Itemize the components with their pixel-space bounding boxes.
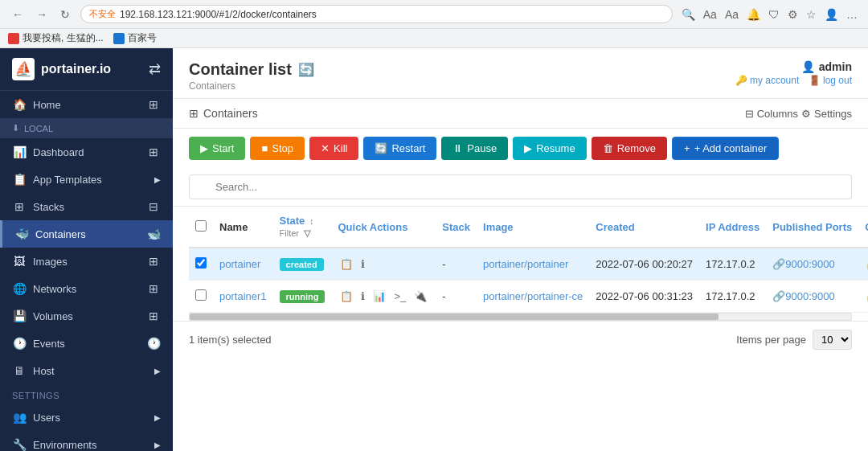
start-button[interactable]: ▶ Start (189, 137, 245, 160)
forward-button[interactable]: → (32, 6, 51, 23)
sidebar-item-users[interactable]: 👥 Users ▶ (0, 404, 173, 431)
search-icon[interactable]: 🔍 (679, 6, 698, 23)
logo-text: portainer.io (41, 62, 111, 76)
stop-button[interactable]: ■ Stop (250, 137, 305, 160)
row-1-ip: 172.17.0.2 (699, 248, 766, 281)
sidebar-item-host[interactable]: 🖥 Host ▶ (0, 357, 173, 384)
pause-button[interactable]: ⏸ Pause (441, 137, 508, 160)
my-account-link[interactable]: 🔑 my account (735, 75, 800, 86)
col-image[interactable]: Image (477, 207, 589, 248)
add-container-button[interactable]: + + Add container (672, 137, 779, 160)
restart-button[interactable]: 🔄 Restart (363, 137, 436, 160)
sidebar-item-events[interactable]: 🕐 Events 🕐 (0, 330, 173, 357)
refresh-icon[interactable]: 🔄 (298, 62, 314, 77)
user-icon[interactable]: 👤 (822, 6, 841, 23)
menu-icon[interactable]: … (844, 6, 860, 23)
remove-button[interactable]: 🗑 Remove (592, 137, 667, 160)
security-warning: 不安全 (89, 8, 116, 20)
row-2-image-link[interactable]: portainer/portainer-ce (483, 290, 583, 302)
reader-icon2[interactable]: Aa (723, 6, 741, 23)
gear-icon: ⚙ (801, 108, 811, 120)
col-quick-actions: Quick Actions (331, 207, 436, 248)
content-header: Container list 🔄 Containers 👤 admin 🔑 my… (173, 48, 868, 99)
address-bar[interactable]: 不安全 192.168.123.121:9000/#1/2/docker/con… (80, 5, 673, 23)
select-all-checkbox[interactable] (195, 220, 207, 232)
local-label: LOCAL (24, 124, 53, 133)
row-2-ownership: 🔒 adminis (858, 281, 868, 313)
table-row: portainer1 running 📋 ℹ 📊 >_ 🔌 (189, 281, 868, 313)
items-per-page-label: Items per page (736, 334, 806, 346)
copy-icon-2[interactable]: 📋 (338, 289, 355, 304)
horizontal-scrollbar[interactable] (189, 313, 852, 321)
columns-settings-button[interactable]: ⊟ Columns ⚙ Settings (745, 108, 852, 120)
copy-icon[interactable]: 📋 (338, 256, 355, 272)
settings-icon[interactable]: ⚙ (785, 6, 800, 23)
sidebar-item-stacks-label: Stacks (33, 201, 64, 213)
images-right-icon: ⊞ (146, 255, 161, 268)
row-1-port-link[interactable]: 🔗9000:9000 (772, 258, 834, 270)
sidebar-toggle-icon[interactable]: ⇄ (149, 60, 161, 78)
log-out-link[interactable]: 🚪 log out (809, 75, 852, 86)
sidebar-item-networks[interactable]: 🌐 Networks ⊞ (0, 275, 173, 302)
filter-label: Filter (280, 228, 299, 238)
bookmark-2[interactable]: 百家号 (113, 31, 157, 45)
settings-section-label: SETTINGS (12, 391, 59, 400)
breadcrumb: Containers (189, 80, 314, 92)
terminal-icon[interactable]: >_ (391, 289, 408, 304)
col-stack[interactable]: Stack (436, 207, 477, 248)
info-icon-2[interactable]: ℹ (358, 289, 367, 304)
bookmark-2-label: 百家号 (128, 31, 157, 45)
col-name[interactable]: Name (213, 207, 273, 248)
sidebar-item-images[interactable]: 🖼 Images ⊞ (0, 248, 173, 275)
row-1-ownership: 🔒 adminis (858, 248, 868, 281)
sidebar-item-home[interactable]: 🏠 Home ⊞ (0, 91, 173, 118)
row-2-name-link[interactable]: portainer1 (219, 290, 267, 302)
row-1-image-link[interactable]: portainer/portainer (483, 258, 568, 270)
notification-icon[interactable]: 🔔 (744, 6, 763, 23)
stats-icon[interactable]: 📊 (371, 289, 388, 304)
col-ip-address[interactable]: IP Address (699, 207, 766, 248)
url-text: 192.168.123.121:9000/#1/2/docker/contain… (120, 9, 317, 20)
sidebar-item-volumes[interactable]: 💾 Volumes ⊞ (0, 302, 173, 330)
settings-section-header: SETTINGS (0, 384, 173, 404)
sidebar-item-app-templates-label: App Templates (33, 174, 102, 186)
sidebar-item-app-templates[interactable]: 📋 App Templates ▶ (0, 166, 173, 193)
info-icon[interactable]: ℹ (358, 256, 367, 272)
per-page-select[interactable]: 10 25 50 (813, 330, 852, 350)
browser-chrome: ← → ↻ 不安全 192.168.123.121:9000/#1/2/dock… (0, 0, 868, 29)
kill-button[interactable]: ✕ Kill (309, 137, 358, 160)
sidebar-item-dashboard[interactable]: 📊 Dashboard ⊞ (0, 138, 173, 166)
play-icon: ▶ (200, 142, 208, 154)
bookmark-1[interactable]: 我要投稿, 生猛的... (8, 31, 104, 45)
resume-button[interactable]: ▶ Resume (513, 137, 586, 160)
sidebar-item-home-label: Home (33, 99, 61, 111)
shield-icon[interactable]: 🛡 (766, 6, 782, 23)
col-state[interactable]: State ↕ Filter ▽ (273, 207, 332, 248)
attach-icon[interactable]: 🔌 (411, 289, 429, 304)
row-1-name-link[interactable]: portainer (219, 258, 260, 270)
containers-toolbar-icon: ⊞ (189, 107, 199, 120)
sidebar-item-networks-label: Networks (33, 283, 76, 295)
bookmark-star-icon[interactable]: ☆ (804, 6, 819, 23)
app-templates-icon: 📋 (12, 173, 27, 186)
sidebar-item-stacks[interactable]: ⊞ Stacks ⊟ (0, 193, 173, 220)
row-2-checkbox[interactable] (195, 289, 207, 301)
row-1-checkbox[interactable] (195, 257, 207, 269)
back-button[interactable]: ← (8, 6, 27, 23)
reader-icon[interactable]: Aa (701, 6, 719, 23)
events-icon: 🕐 (12, 337, 27, 350)
col-created[interactable]: Created (589, 207, 699, 248)
add-icon: + (684, 142, 690, 154)
search-input[interactable] (189, 174, 852, 199)
sidebar-item-containers[interactable]: 🐳 Containers 🐋 (0, 220, 173, 248)
sidebar-item-events-label: Events (33, 338, 65, 350)
restart-icon: 🔄 (375, 142, 387, 154)
table-row: portainer created 📋 ℹ - portainer/portai… (189, 248, 868, 281)
home-icon: 🏠 (12, 98, 27, 111)
col-ownership[interactable]: Ownership (858, 207, 868, 248)
reload-button[interactable]: ↻ (56, 6, 74, 23)
sidebar-item-host-label: Host (33, 365, 55, 377)
sidebar-item-environments[interactable]: 🔧 Environments ▶ (0, 431, 173, 451)
bookmark-1-label: 我要投稿, 生猛的... (23, 31, 104, 45)
row-2-port-link[interactable]: 🔗9000:9000 (772, 290, 834, 302)
